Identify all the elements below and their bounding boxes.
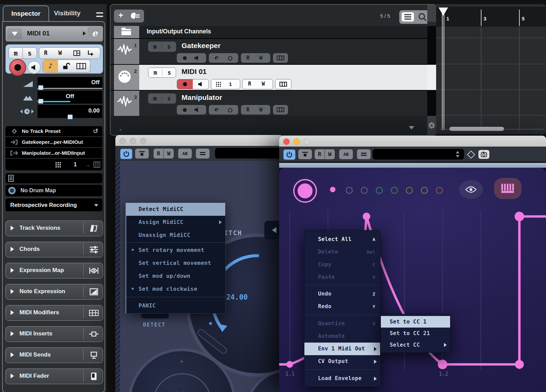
write-automation-button[interactable]: W <box>58 49 62 56</box>
volume-handle[interactable] <box>38 85 43 90</box>
pan-fader[interactable]: Off <box>38 91 102 104</box>
ab-compare-button[interactable]: AB <box>178 149 192 159</box>
envelope-point[interactable] <box>515 360 524 369</box>
zoom-button[interactable] <box>304 138 310 145</box>
section-midi-sends[interactable]: MIDI Sends <box>5 347 103 363</box>
track-collapse-button[interactable] <box>7 28 22 39</box>
pin-button[interactable] <box>135 149 149 159</box>
menu-item-set-rotary[interactable]: •Set rotary movement <box>126 244 225 257</box>
mute-button[interactable]: m <box>148 42 162 52</box>
stepper-down-icon[interactable] <box>456 155 459 157</box>
read-automation-button[interactable]: R <box>248 81 251 87</box>
mute-button[interactable]: m <box>148 67 162 78</box>
inspector-menu-icon[interactable] <box>96 12 103 17</box>
solo-button[interactable]: s <box>23 47 37 59</box>
record-enable-button[interactable] <box>183 108 187 112</box>
menu-item-undo[interactable]: UndoZ <box>304 288 380 300</box>
menu-item-automate[interactable]: Automate <box>304 330 380 343</box>
edit-channel-button[interactable]: e <box>214 54 218 61</box>
preset-menu-button[interactable] <box>196 149 210 159</box>
record-enable-button[interactable] <box>9 59 26 76</box>
track2-icon-cell[interactable]: 2 <box>114 65 139 90</box>
search-icon[interactable] <box>418 13 427 21</box>
preset-selector[interactable] <box>373 149 464 160</box>
envelope-point[interactable] <box>363 213 370 220</box>
section-expression-map[interactable]: Expression Map <box>5 263 103 278</box>
menu-item-set-mod-clockwise[interactable]: •Set mod clockwise <box>126 283 225 296</box>
pan-handle[interactable] <box>38 99 43 104</box>
menu-item-delete[interactable]: DeleteDel <box>304 246 380 258</box>
quantize-note-button[interactable]: ♪ <box>43 60 58 72</box>
track-row-manipulator[interactable]: m s Manipulator e R W <box>139 91 427 116</box>
edit-channel-button[interactable]: e <box>214 106 218 112</box>
channel-grid-icon[interactable] <box>216 82 221 87</box>
ab-compare-button[interactable]: AB <box>339 149 353 159</box>
write-automation-button[interactable]: W <box>259 55 262 61</box>
section-track-versions[interactable]: Track Versions <box>5 221 103 236</box>
record-enable-button[interactable] <box>183 56 187 60</box>
plugin-resize-strip[interactable] <box>279 163 546 168</box>
menu-item-paste[interactable]: PasteV <box>304 271 380 284</box>
menu-item-set-vertical[interactable]: Set vertical movement <box>126 257 225 270</box>
close-button[interactable] <box>283 138 290 145</box>
menu-item-select-all[interactable]: Select AllA <box>304 233 380 246</box>
lanes-icon[interactable] <box>277 107 284 112</box>
solo-button[interactable]: s <box>162 67 176 78</box>
window-titlebar[interactable] <box>279 136 546 147</box>
window-titlebar[interactable] <box>115 135 283 146</box>
channel-number[interactable]: 1 <box>229 81 232 87</box>
output-routing-row[interactable]: Manipulator...or-MIDIInput <box>5 148 102 158</box>
write-automation-button[interactable]: W <box>325 149 335 159</box>
channel-grid-icon[interactable] <box>55 162 61 168</box>
reload-preset-icon[interactable]: ↺ <box>93 126 98 136</box>
track-preset-row[interactable]: No Track Preset ↺ <box>5 126 102 136</box>
playhead-line[interactable] <box>442 8 443 130</box>
section-midi-inserts[interactable]: MIDI Inserts <box>5 326 103 342</box>
bank-icon[interactable] <box>94 162 100 168</box>
mute-button[interactable]: m <box>9 47 23 59</box>
edit-channel-button[interactable]: e <box>88 27 102 40</box>
menu-item-env1-midi-out[interactable]: Env 1 Midi Out <box>304 343 380 355</box>
menu-item-panic[interactable]: PANIC <box>126 299 225 313</box>
submenu-item-set-cc1[interactable]: Set to CC 1 <box>381 316 450 328</box>
parameter-list-row[interactable] <box>5 173 102 183</box>
snapshot-button[interactable] <box>478 150 489 159</box>
envelope-point[interactable] <box>438 360 447 369</box>
tab-inspector[interactable]: Inspector <box>3 5 49 22</box>
lanes-icon[interactable] <box>76 63 86 69</box>
stepper-up-icon[interactable] <box>456 151 459 153</box>
read-automation-button[interactable]: R <box>154 149 163 159</box>
lanes-icon[interactable] <box>277 56 284 60</box>
add-track-button[interactable]: + <box>118 11 123 20</box>
delay-fader[interactable]: 0.00 <box>38 105 102 118</box>
solo-button[interactable]: s <box>162 93 176 104</box>
volume-fader[interactable]: Off <box>38 77 102 89</box>
mute-button[interactable]: m <box>148 93 162 104</box>
input-routing-row[interactable]: Gatekeeper...per-MIDIOut <box>5 137 102 147</box>
drum-map-row[interactable]: No Drum Map <box>5 185 102 196</box>
menu-item-detect-midicc[interactable]: Detect MidiCC <box>126 203 225 216</box>
envelope-point[interactable] <box>515 212 524 221</box>
read-automation-button[interactable]: R <box>44 49 47 56</box>
bypass-button[interactable] <box>120 149 132 159</box>
menu-item-quantize[interactable]: QuantizeQ <box>304 317 380 330</box>
tab-visibility[interactable]: Visibility <box>54 10 81 17</box>
pin-button[interactable] <box>298 149 312 159</box>
track-row-gatekeeper[interactable]: m s Gatekeeper e R W <box>139 39 427 64</box>
freeze-button[interactable] <box>228 108 232 112</box>
solo-button[interactable]: s <box>162 42 176 52</box>
track-preset-button[interactable] <box>130 12 141 20</box>
monitor-button[interactable] <box>28 61 41 74</box>
bypass-button[interactable] <box>283 149 296 160</box>
menu-item-assign-midicc[interactable]: Assign MidiCC <box>126 216 225 229</box>
monitor-button[interactable] <box>195 56 199 60</box>
freeze-button[interactable] <box>228 56 232 61</box>
channel-pane-icon[interactable] <box>73 50 80 56</box>
submenu-item-set-cc21[interactable]: Set to CC 21 <box>381 328 450 339</box>
delay-handle[interactable] <box>68 115 73 119</box>
track-view-button[interactable] <box>402 12 414 21</box>
playhead-marker[interactable] <box>439 7 448 16</box>
preset-menu-button[interactable] <box>357 149 371 159</box>
track1-icon-cell[interactable]: 1 <box>114 39 139 64</box>
menu-item-load-envelope[interactable]: Load Envelope <box>304 372 380 385</box>
